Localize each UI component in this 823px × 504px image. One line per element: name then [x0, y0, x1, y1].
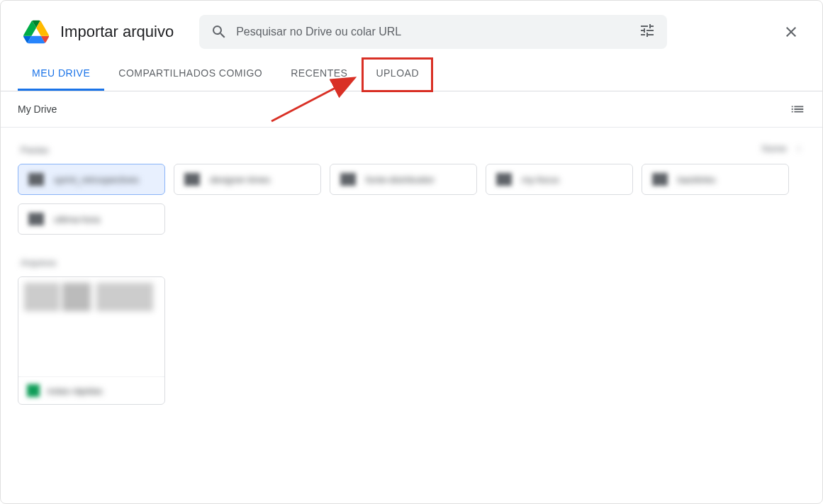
- sheets-icon: [27, 384, 40, 397]
- files-grid: notas-rápidas: [18, 276, 805, 405]
- file-thumbnail: [18, 277, 164, 376]
- folder-label: sprint_retrospectives: [54, 174, 139, 185]
- search-bar[interactable]: [199, 15, 667, 49]
- breadcrumb[interactable]: My Drive: [18, 103, 57, 115]
- drive-logo-icon: [23, 19, 49, 45]
- folder-item[interactable]: fonte-distribuidor: [330, 164, 477, 195]
- list-view-toggle[interactable]: [790, 101, 805, 117]
- folder-label: fonte-distribuidor: [366, 174, 435, 185]
- tab-shared-with-me[interactable]: COMPARTILHADOS COMIGO: [104, 57, 276, 91]
- sort-control[interactable]: Nome ↑: [762, 143, 801, 154]
- folder-label: backlinks: [678, 174, 715, 185]
- folder-item[interactable]: designer-times: [174, 164, 321, 195]
- tab-recent[interactable]: RECENTES: [276, 57, 362, 91]
- folder-label: my-focus: [522, 174, 559, 185]
- folder-item[interactable]: sprint_retrospectives: [18, 164, 165, 195]
- folder-label: ultima-hora: [54, 214, 100, 225]
- folders-grid: sprint_retrospectives designer-times fon…: [18, 164, 805, 235]
- search-input[interactable]: [228, 26, 633, 38]
- folders-section-label: Pastas: [21, 145, 49, 155]
- folder-icon: [184, 173, 200, 186]
- folder-item[interactable]: my-focus: [486, 164, 633, 195]
- folder-icon: [496, 173, 512, 186]
- close-button[interactable]: [777, 18, 805, 46]
- folder-icon: [28, 173, 44, 186]
- tab-bar: MEU DRIVE COMPARTILHADOS COMIGO RECENTES…: [1, 57, 822, 91]
- folder-item[interactable]: ultima-hora: [18, 203, 165, 235]
- dialog-title: Importar arquivo: [60, 23, 174, 41]
- tune-icon[interactable]: [633, 16, 661, 47]
- files-section-label: Arquivos: [21, 257, 57, 268]
- folder-item[interactable]: backlinks: [642, 164, 789, 195]
- folder-icon: [28, 213, 44, 225]
- folder-icon: [340, 173, 356, 186]
- search-icon: [211, 23, 228, 40]
- file-label: notas-rápidas: [47, 386, 103, 396]
- file-item[interactable]: notas-rápidas: [18, 276, 165, 405]
- folder-icon: [652, 173, 668, 186]
- tab-my-drive[interactable]: MEU DRIVE: [18, 57, 104, 91]
- tab-upload[interactable]: UPLOAD: [362, 57, 433, 92]
- folder-label: designer-times: [210, 174, 270, 185]
